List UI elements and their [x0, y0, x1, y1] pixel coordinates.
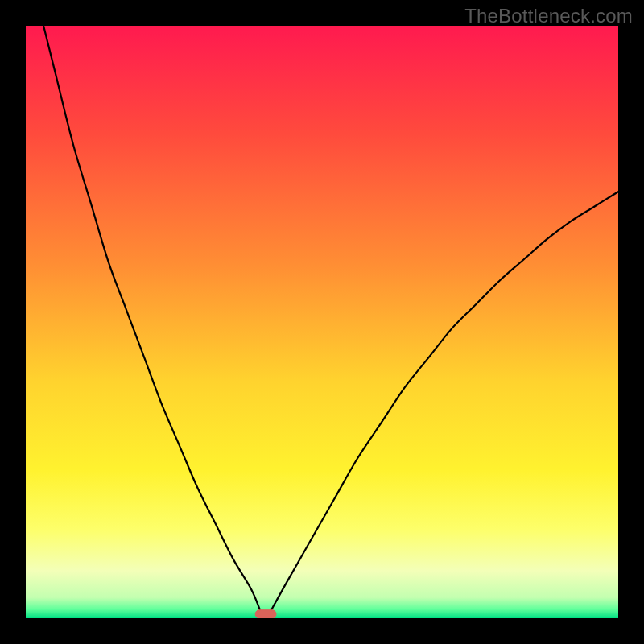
- curves-layer: [26, 26, 618, 618]
- watermark-text: TheBottleneck.com: [464, 5, 633, 27]
- chart-frame: TheBottleneck.com: [0, 0, 644, 644]
- minimum-marker: [255, 610, 276, 618]
- left-branch-curve: [43, 26, 260, 609]
- right-branch-curve: [271, 192, 618, 609]
- plot-area: [26, 26, 618, 618]
